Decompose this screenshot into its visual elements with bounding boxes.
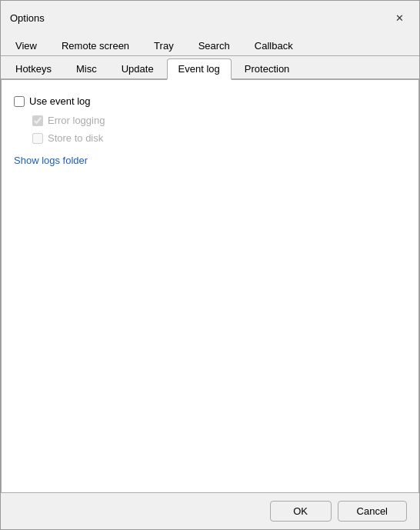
options-dialog: Options ✕ View Remote screen Tray Search… [0, 0, 420, 530]
tab-event-log[interactable]: Event log [167, 58, 232, 80]
sub-options: Error logging Store to disk [32, 115, 406, 144]
error-logging-checkbox[interactable] [32, 115, 43, 126]
use-event-log-checkbox[interactable] [14, 96, 25, 107]
error-logging-row: Error logging [32, 115, 406, 126]
tab-update[interactable]: Update [110, 58, 165, 78]
tab-tray[interactable]: Tray [142, 35, 185, 55]
content-area: Use event log Error logging Store to dis… [1, 80, 419, 492]
tabs-row-2: Hotkeys Misc Update Event log Protection [1, 56, 419, 80]
ok-button[interactable]: OK [270, 501, 332, 522]
dialog-title: Options [10, 12, 45, 24]
title-bar: Options ✕ [1, 1, 419, 33]
tab-search[interactable]: Search [187, 35, 242, 55]
use-event-log-label: Use event log [29, 95, 91, 107]
tab-view[interactable]: View [4, 35, 48, 55]
tab-callback[interactable]: Callback [243, 35, 305, 55]
tab-hotkeys[interactable]: Hotkeys [4, 58, 63, 78]
cancel-button[interactable]: Cancel [338, 501, 407, 522]
tab-misc[interactable]: Misc [65, 58, 108, 78]
store-to-disk-label: Store to disk [48, 132, 103, 144]
store-to-disk-row: Store to disk [32, 132, 406, 144]
bottom-bar: OK Cancel [1, 492, 419, 529]
tabs-row-1: View Remote screen Tray Search Callback [1, 33, 419, 56]
tab-protection[interactable]: Protection [233, 58, 302, 78]
tab-remote-screen[interactable]: Remote screen [50, 35, 141, 55]
close-icon: ✕ [395, 12, 404, 24]
show-logs-folder-link[interactable]: Show logs folder [14, 155, 88, 166]
error-logging-label: Error logging [48, 115, 105, 126]
close-button[interactable]: ✕ [388, 7, 410, 28]
use-event-log-row: Use event log [14, 95, 406, 107]
store-to-disk-checkbox[interactable] [32, 133, 43, 144]
